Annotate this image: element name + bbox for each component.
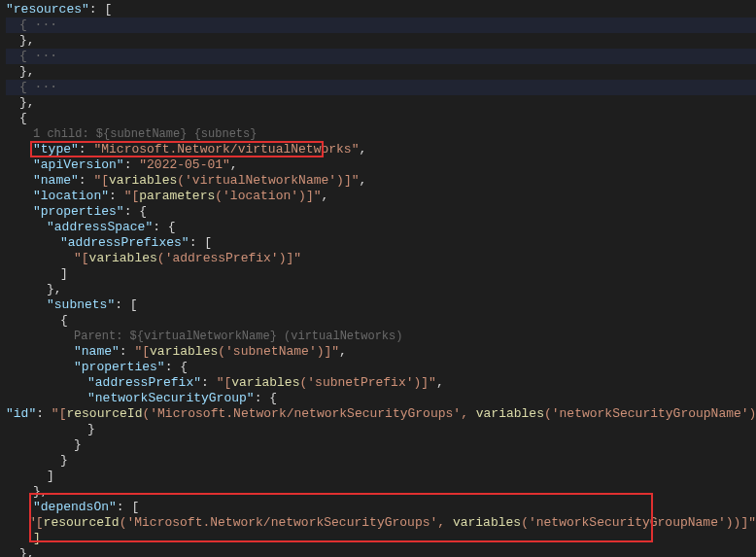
folded-line[interactable]: { ··· bbox=[6, 17, 756, 33]
code-line[interactable]: { bbox=[6, 313, 756, 329]
code-line[interactable]: { bbox=[6, 111, 756, 126]
fold-placeholder[interactable]: { ··· bbox=[19, 80, 65, 95]
code-line[interactable]: "properties": { bbox=[6, 360, 756, 375]
code-line[interactable]: "addressPrefixes": [ bbox=[6, 235, 756, 251]
code-line[interactable]: }, bbox=[6, 95, 756, 111]
code-line[interactable]: } bbox=[6, 437, 756, 453]
code-line[interactable]: "subnets": [ bbox=[6, 297, 756, 313]
folded-line[interactable]: { ··· bbox=[6, 49, 756, 64]
code-line[interactable]: "properties": { bbox=[6, 204, 756, 220]
codelens-hint[interactable]: Parent: ${virtualNetworkName} (virtualNe… bbox=[6, 329, 756, 344]
fold-placeholder[interactable]: { ··· bbox=[19, 49, 65, 64]
code-line[interactable]: "addressSpace": { bbox=[6, 220, 756, 235]
code-line[interactable]: "name": "[variables('virtualNetworkName'… bbox=[6, 173, 756, 189]
code-line[interactable]: } bbox=[6, 422, 756, 437]
code-line[interactable]: "[variables('addressPrefix')]" bbox=[6, 251, 756, 266]
code-line[interactable]: "name": "[variables('subnetName')]", bbox=[6, 344, 756, 360]
code-line[interactable]: "id": "[resourceId('Microsoft.Network/ne… bbox=[6, 406, 756, 422]
code-line[interactable]: "addressPrefix": "[variables('subnetPref… bbox=[6, 375, 756, 391]
code-line[interactable]: "type": "Microsoft.Network/virtualNetwor… bbox=[6, 142, 756, 157]
code-line[interactable]: "[resourceId('Microsoft.Network/networkS… bbox=[6, 515, 756, 531]
code-line[interactable]: }, bbox=[6, 546, 756, 557]
code-line[interactable]: }, bbox=[6, 64, 756, 80]
folded-line[interactable]: { ··· bbox=[6, 80, 756, 95]
code-line[interactable]: "dependsOn": [ bbox=[6, 500, 756, 515]
code-line[interactable]: "networkSecurityGroup": { bbox=[6, 391, 756, 406]
code-line[interactable]: "location": "[parameters('location')]", bbox=[6, 189, 756, 204]
code-line[interactable]: "apiVersion": "2022-05-01", bbox=[6, 157, 756, 173]
code-line[interactable]: ] bbox=[6, 469, 756, 484]
code-line[interactable]: }, bbox=[6, 282, 756, 297]
code-line[interactable]: }, bbox=[6, 484, 756, 500]
code-line[interactable]: "resources": [ bbox=[6, 2, 756, 17]
code-line[interactable]: ] bbox=[6, 266, 756, 282]
code-line[interactable]: }, bbox=[6, 33, 756, 49]
code-line[interactable]: ] bbox=[6, 531, 756, 546]
json-key: "resources" bbox=[6, 2, 89, 17]
fold-placeholder[interactable]: { ··· bbox=[19, 17, 65, 33]
code-editor[interactable]: "resources": [ { ··· }, { ··· }, { ··· }… bbox=[6, 2, 756, 557]
codelens-hint[interactable]: 1 child: ${subnetName} {subnets} bbox=[6, 126, 756, 142]
code-line[interactable]: } bbox=[6, 453, 756, 469]
